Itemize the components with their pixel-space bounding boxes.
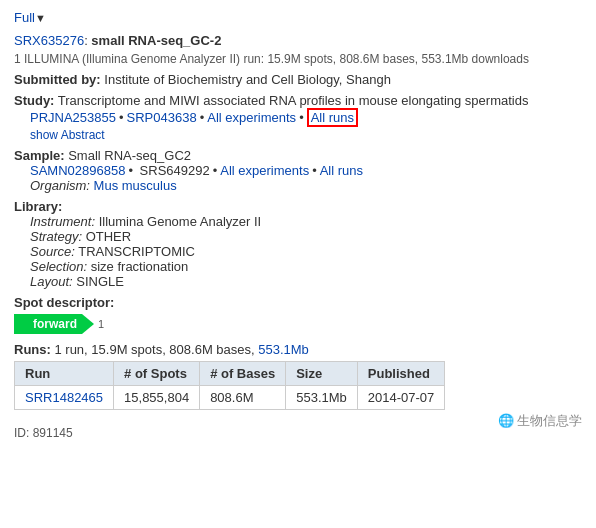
submitted-label: Submitted by: (14, 72, 101, 87)
run-bases: 808.6M (200, 386, 286, 410)
nav-arrow: ▼ (35, 12, 46, 24)
id-line: ID: 891145 (14, 426, 73, 440)
runs-summary: Runs: 1 run, 15.9M spots, 808.6M bases, … (14, 342, 582, 357)
run-size: 553.1Mb (286, 386, 358, 410)
selection-value: size fractionation (87, 259, 188, 274)
sample-links: SAMN02896858• SRS649292•All experiments•… (14, 163, 582, 178)
meta-line: 1 ILLUMINA (Illumina Genome Analyzer II)… (14, 52, 582, 66)
runs-table: Run # of Spots # of Bases Size Published… (14, 361, 445, 410)
study-links: PRJNA253855•SRP043638•All experiments•Al… (14, 108, 582, 127)
sample-all-runs-link[interactable]: All runs (320, 163, 363, 178)
instrument-value: Illumina Genome Analyzer II (95, 214, 261, 229)
arrow-number: 1 (98, 318, 104, 330)
table-row: SRR1482465 15,855,804 808.6M 553.1Mb 201… (15, 386, 445, 410)
instrument-label: Instrument: (30, 214, 95, 229)
source-label: Source: (30, 244, 75, 259)
run-accession: SRR1482465 (15, 386, 114, 410)
logo-icon: 🌐 (498, 413, 514, 428)
col-run: Run (15, 362, 114, 386)
submitted-value: Institute of Biochemistry and Cell Biolo… (101, 72, 391, 87)
sample-label: Sample: (14, 148, 65, 163)
library-details: Instrument: Illumina Genome Analyzer II … (14, 214, 582, 289)
source-row: Source: TRANSCRIPTOMIC (30, 244, 582, 259)
forward-arrow: forward (14, 314, 94, 334)
runs-section: Runs: 1 run, 15.9M spots, 808.6M bases, … (14, 342, 582, 410)
srs-value: SRS649292 (136, 163, 210, 178)
col-size: Size (286, 362, 358, 386)
runs-size-link[interactable]: 553.1Mb (258, 342, 309, 357)
runs-label: Runs: (14, 342, 51, 357)
col-bases: # of Bases (200, 362, 286, 386)
run-published: 2014-07-07 (357, 386, 445, 410)
experiment-title: small RNA-seq_GC-2 (88, 33, 222, 48)
spot-arrow-row: forward 1 (14, 314, 582, 334)
full-link[interactable]: Full (14, 10, 35, 25)
footer-logo: 🌐 生物信息学 (498, 412, 582, 430)
study-label: Study: (14, 93, 54, 108)
study-all-experiments-link[interactable]: All experiments (207, 110, 296, 125)
run-spots: 15,855,804 (114, 386, 200, 410)
instrument-row: Instrument: Illumina Genome Analyzer II (30, 214, 582, 229)
strategy-row: Strategy: OTHER (30, 229, 582, 244)
layout-value: SINGLE (73, 274, 124, 289)
study-section: Study: Transcriptome and MIWI associated… (14, 93, 582, 142)
samn-link[interactable]: SAMN02896858 (30, 163, 125, 178)
accession-link[interactable]: SRX635276 (14, 33, 84, 48)
strategy-value: OTHER (82, 229, 131, 244)
strategy-label: Strategy: (30, 229, 82, 244)
table-header-row: Run # of Spots # of Bases Size Published (15, 362, 445, 386)
layout-row: Layout: SINGLE (30, 274, 582, 289)
library-label: Library: (14, 199, 62, 214)
col-published: Published (357, 362, 445, 386)
col-spots: # of Spots (114, 362, 200, 386)
spot-section: Spot descriptor: forward 1 (14, 295, 582, 334)
srp-link[interactable]: SRP043638 (127, 110, 197, 125)
study-all-runs-link[interactable]: All runs (311, 110, 354, 125)
run-link[interactable]: SRR1482465 (25, 390, 103, 405)
runs-summary-text: 1 run, 15.9M spots, 808.6M bases, (54, 342, 258, 357)
spot-label: Spot descriptor: (14, 295, 114, 310)
all-runs-box: All runs (307, 108, 358, 127)
organism-label: Organism: (30, 178, 90, 193)
show-abstract: show Abstract (14, 127, 582, 142)
top-nav: Full▼ (14, 10, 582, 25)
library-section: Library: Instrument: Illumina Genome Ana… (14, 199, 582, 289)
selection-label: Selection: (30, 259, 87, 274)
sample-name: Small RNA-seq_GC2 (65, 148, 191, 163)
organism-link[interactable]: Mus musculus (94, 178, 177, 193)
source-value: TRANSCRIPTOMIC (75, 244, 195, 259)
prjna-link[interactable]: PRJNA253855 (30, 110, 116, 125)
sample-section: Sample: Small RNA-seq_GC2 SAMN02896858• … (14, 148, 582, 193)
title-line: SRX635276: small RNA-seq_GC-2 (14, 33, 582, 48)
show-abstract-link[interactable]: show Abstract (30, 128, 105, 142)
sample-all-experiments-link[interactable]: All experiments (220, 163, 309, 178)
organism-line: Organism: Mus musculus (14, 178, 582, 193)
layout-label: Layout: (30, 274, 73, 289)
study-description: Transcriptome and MIWI associated RNA pr… (54, 93, 528, 108)
footer-row: ID: 891145 🌐 生物信息学 (14, 418, 582, 440)
selection-row: Selection: size fractionation (30, 259, 582, 274)
submitted-section: Submitted by: Institute of Biochemistry … (14, 72, 582, 87)
logo-text: 生物信息学 (517, 413, 582, 428)
